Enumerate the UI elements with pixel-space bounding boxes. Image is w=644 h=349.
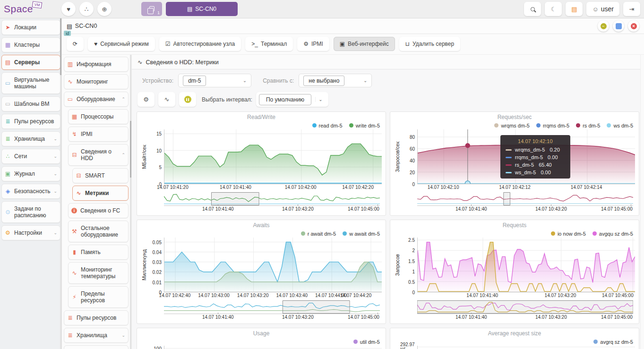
plot-area[interactable] [417,346,635,349]
legend-item[interactable]: rs dm-5 [576,123,600,128]
y-axis: 00.511.522.5 [400,238,417,292]
subsidebar-item-monitoring[interactable]: ∿Мониторинг [64,74,129,89]
navigator[interactable] [417,300,633,314]
autotest-button[interactable]: ☑Автотестирование узла [159,37,241,51]
plot-area[interactable] [164,238,382,292]
journal-icon: ▣ [5,170,11,177]
user-menu-button[interactable]: ☺ user [586,2,619,16]
chart-settings-button[interactable]: ⚙ [137,92,155,107]
docs-button[interactable]: ▤ [566,2,583,16]
legend-item[interactable]: avgqu sz dm-5 [592,231,633,237]
sidebar-item-settings[interactable]: ⚙Настройки⌄ [1,225,60,240]
navigator-tick-label: 14.07 10:45:00 [348,315,379,320]
subsidebar-item-memory[interactable]: ▮Память [68,245,129,260]
delete-server-button[interactable]: ⊔Удалить сервер [399,37,460,51]
logout-button[interactable]: ⇥ [623,2,640,16]
service-mode-button[interactable]: ♥Сервисный режим [88,37,155,51]
collapse-panel-button[interactable]: − [598,20,609,32]
legend-item[interactable]: avgrq sz dm-5 [593,339,633,345]
theme-toggle-button[interactable]: ☾ [545,2,562,16]
close-icon: ✕ [631,23,637,29]
subsidebar-item-vm[interactable]: ▭Виртуальные машины⌄ [64,345,129,349]
legend-item[interactable]: write dm-5 [349,123,380,128]
sidebar-item-security[interactable]: ◈Безопасность⌄ [1,184,60,199]
compare-select[interactable]: не выбрано ⌄ [299,74,372,87]
tooltip-value: 0.00 [541,170,550,175]
subsidebar-item-storage[interactable]: ≣Хранилища⌄ [64,328,129,343]
subsidebar-scrollbar[interactable] [130,55,131,349]
subsidebar-item-cpu[interactable]: ▦Процессоры [68,109,129,124]
tooltip-series-name: rs_dm-5 [515,162,534,168]
legend-item[interactable]: read dm-5 [312,123,343,128]
search-button[interactable] [524,2,541,16]
refresh-button[interactable]: ⟳ [67,37,84,51]
logo-text: Space [4,3,33,15]
active-tab-label: SC-CN0 [195,6,216,12]
subsidebar-item-label: Сведения о FC [80,207,120,214]
sidebar-item-vm[interactable]: ▭Виртуальные машины [1,72,60,94]
chart-legend: avgrq sz dm-5 [394,338,635,346]
sidebar-item-journal[interactable]: ▣Журнал⌄ [1,166,60,181]
navigator[interactable] [164,192,380,205]
sidebar-item-clusters[interactable]: ▦Кластеры [1,37,60,52]
chart-legend: wrqms dm-5rrqms dm-5rs dm-5ws dm-5 [394,121,635,129]
sidebar-item-vm-template[interactable]: ▭Шаблоны ВМ [1,96,60,111]
content-scrollbar[interactable] [640,55,644,349]
active-server-tab[interactable]: ▤ SC-CN0 [166,2,238,16]
sidebar-item-resource-pools[interactable]: ≣Пулы ресурсов [1,114,60,129]
pause-refresh-button[interactable] [179,92,196,107]
legend-item[interactable]: ws dm-5 [607,123,633,128]
y-axis-label: МБайт/сек [141,145,147,169]
autotest-icon: ☑ [165,41,171,47]
navigator[interactable] [164,300,380,314]
close-panel-button[interactable]: ✕ [628,20,639,32]
subsidebar-item-resource-pools[interactable]: ≣Пулы ресурсов [64,310,129,325]
navigator[interactable] [417,192,633,205]
topology-button[interactable]: ∴ [79,2,94,16]
subsidebar-item-resource-limits[interactable]: ⚡Пределы ресурсов [68,286,129,308]
device-select[interactable]: dm-5 ⌄ [178,74,251,87]
subsidebar-item-info[interactable]: ▥Информация [64,57,129,72]
sidebar-item-servers[interactable]: ▤Серверы [1,55,60,70]
plot-area[interactable] [164,129,382,184]
subsidebar-item-fc-info[interactable]: iСведения о FC [68,203,129,218]
ipmi-button[interactable]: ⚙IPMI [297,37,329,51]
interval-select[interactable]: По умолчанию ⌄ [256,92,328,107]
compare-value: не выбрано [303,76,344,86]
subsidebar-item-temperature[interactable]: ∿Мониторинг температуры [68,262,129,284]
web-interface-button[interactable]: ▣Веб-интерфейс [334,37,395,51]
terminal-button[interactable]: >_Терминал [245,37,293,51]
window-stack-button[interactable]: 1 [141,2,162,16]
plot-area[interactable] [417,238,635,292]
logo[interactable]: Space VM [4,3,61,15]
subsidebar-item-other-hardware[interactable]: ⚒Остальное оборудование [68,221,129,242]
x-tick-label: 14.07 10:43:00 [198,293,230,298]
sidebar-item-label: Серверы [14,59,40,66]
sidebar-scrollbar[interactable] [60,18,61,349]
plot-area[interactable]: 14.07 10:42:10wrqms_dm-50.20rrqms_dm-50.… [417,129,635,184]
plot-area[interactable] [164,346,382,349]
sidebar-item-scheduled-tasks[interactable]: ⊙Задачи по расписанию [1,201,60,223]
chart-type-button[interactable]: ∿ [158,92,175,107]
search-icon [531,7,535,11]
globe-button[interactable]: ⊕ [97,2,112,16]
sidebar-item-networks[interactable]: ∴Сети⌄ [1,149,60,164]
sidebar-item-storage[interactable]: ≣Хранилища⌄ [1,131,60,146]
legend-item[interactable]: wrqms dm-5 [494,123,530,128]
legend-item[interactable]: util dm-5 [353,339,380,345]
sidebar-item-location[interactable]: ➤Локации [1,20,60,35]
service-mode-icon: ♥ [94,41,97,47]
window-mode-button[interactable] [613,20,624,32]
legend-item[interactable]: r await dm-5 [301,231,336,237]
legend-item[interactable]: rrqms dm-5 [536,123,569,128]
storage-icon: ≣ [5,136,11,142]
legend-item[interactable]: w await dm-5 [343,231,380,237]
subsidebar-item-ipmi[interactable]: ↯IPMI [68,127,129,142]
health-button[interactable]: ♥ [61,2,76,16]
subsidebar-item-metrics[interactable]: ∿Метрики [72,186,129,201]
subsidebar-item-smart[interactable]: ⊟SMART [72,168,129,183]
subsidebar-item-hdd[interactable]: ⊟Сведения о HDD⌃ [68,144,129,166]
chart-card-usage: Usageutil dm-510080 [137,328,386,349]
subsidebar-item-hardware[interactable]: ▭Оборудование⌃ [64,92,129,107]
legend-item[interactable]: io now dm-5 [551,231,586,237]
